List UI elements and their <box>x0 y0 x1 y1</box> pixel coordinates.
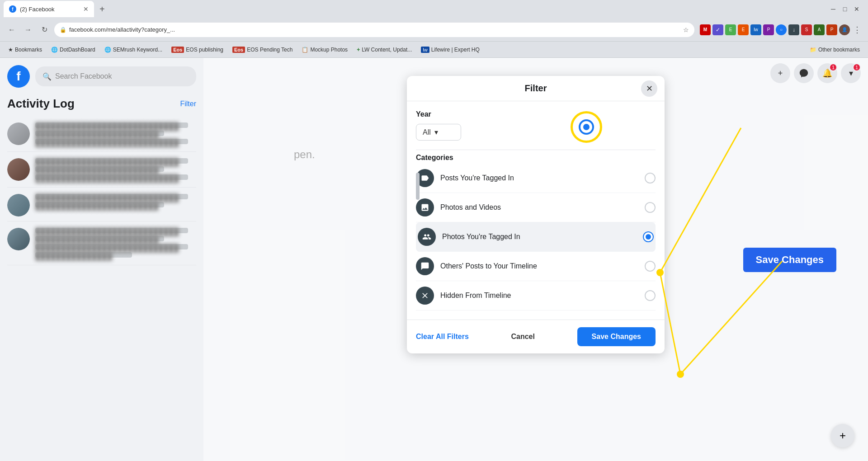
activity-line: ███████████████ <box>35 252 132 258</box>
minimize-button[interactable]: ─ <box>829 5 837 13</box>
ext-icon-4[interactable]: E <box>738 24 749 35</box>
eos-pending-icon: Eos <box>232 47 245 53</box>
activity-line: ████████████████████████████ <box>35 158 188 164</box>
mockup-icon: 📋 <box>302 47 308 53</box>
dotdash-icon: 🌐 <box>51 47 58 53</box>
category-item-photos-videos[interactable]: Photos and Videos <box>416 193 656 222</box>
modal-footer: Clear All Filters Cancel Save Changes <box>407 320 665 353</box>
hidden-timeline-icon <box>416 287 434 305</box>
ext-icon-6[interactable]: P <box>763 24 774 35</box>
filter-modal: Filter ✕ Year All ▾ Categories <box>407 76 665 353</box>
others-posts-icon <box>416 257 434 275</box>
more-options-icon[interactable]: ⋮ <box>852 24 863 35</box>
bookmark-item-eos-publishing[interactable]: Eos EOS publishing <box>169 46 226 54</box>
bookmark-item-bookmarks[interactable]: ★ Bookmarks <box>5 46 45 54</box>
activity-line: ████████████████████████████ <box>35 228 188 233</box>
ext-icon-5[interactable]: lw <box>750 24 761 35</box>
others-posts-radio[interactable] <box>645 261 656 272</box>
cancel-button[interactable]: Cancel <box>502 328 543 345</box>
bookmark-item-lw-content[interactable]: + LW Content, Updat... <box>354 46 415 54</box>
refresh-button[interactable]: ↻ <box>38 24 51 36</box>
security-icon: 🔒 <box>60 27 66 33</box>
save-changes-button[interactable]: Save Changes <box>577 327 656 346</box>
search-bar[interactable]: 🔍 Search Facebook <box>35 66 196 86</box>
url-bar[interactable]: 🔒 facebook.com/me/allactivity?category_.… <box>54 23 694 37</box>
activity-line: ████████████████████████ <box>35 202 164 207</box>
category-item-photos-tagged[interactable]: Photos You're Tagged In <box>416 222 656 252</box>
avatar-2 <box>7 158 30 181</box>
close-button[interactable]: ✕ <box>853 5 861 13</box>
facebook-sidebar: f 🔍 Search Facebook Activity Log Filter … <box>0 58 203 461</box>
clear-filters-button[interactable]: Clear All Filters <box>416 333 469 341</box>
category-item-tagged-posts[interactable]: Posts You're Tagged In <box>416 164 656 193</box>
maximize-button[interactable]: □ <box>841 5 849 13</box>
ext-icon-11[interactable]: P <box>826 24 837 35</box>
photos-videos-label: Photos and Videos <box>440 203 645 212</box>
activity-line: ████████████████████████████ <box>35 194 188 199</box>
title-bar: f (2) Facebook ✕ + ─ □ ✕ <box>0 0 868 18</box>
ext-icon-8[interactable]: ↓ <box>788 24 799 35</box>
search-icon: 🔍 <box>42 72 52 81</box>
bookmarks-bar: ★ Bookmarks 🌐 DotDashBoard 🌐 SEMrush Key… <box>0 42 868 58</box>
back-button[interactable]: ← <box>5 24 18 36</box>
bookmark-item-semrush[interactable]: 🌐 SEMrush Keyword... <box>102 46 165 54</box>
ext-icon-3[interactable]: E <box>725 24 736 35</box>
category-item-hidden-timeline[interactable]: Hidden From Timeline <box>416 281 656 310</box>
activity-text-4: ████████████████████████████ ███████████… <box>35 228 196 260</box>
activity-log-title: Activity Log <box>7 97 75 111</box>
lifewire-icon: lw <box>421 47 429 53</box>
modal-close-button[interactable]: ✕ <box>641 80 657 97</box>
tab-label: (2) Facebook <box>20 6 55 13</box>
extensions-area: M ✓ E E lw P ○ ↓ S A P 👤 ⋮ <box>700 24 863 35</box>
bookmark-star-icon[interactable]: ☆ <box>683 26 689 33</box>
divider <box>416 150 656 150</box>
other-bookmarks-label: Other bookmarks <box>818 47 860 53</box>
ext-icon-2[interactable]: ✓ <box>712 24 723 35</box>
photos-tagged-radio[interactable] <box>643 231 654 242</box>
ext-icon-9[interactable]: S <box>801 24 812 35</box>
bookmark-item-lifewire[interactable]: lw Lifewire | Expert HQ <box>418 46 482 54</box>
bookmark-item-other[interactable]: 📁 Other bookmarks <box>807 46 863 54</box>
ext-icon-10[interactable]: A <box>814 24 825 35</box>
bookmark-item-mockup[interactable]: 📋 Mockup Photos <box>299 46 350 54</box>
hidden-timeline-radio[interactable] <box>645 290 656 301</box>
ext-icon-1[interactable]: M <box>700 24 711 35</box>
filter-link[interactable]: Filter <box>180 100 196 108</box>
close-icon: ✕ <box>646 84 653 94</box>
category-item-others-posts[interactable]: Others' Posts to Your Timeline <box>416 252 656 281</box>
activity-items: ████████████████████████████ ███████████… <box>7 118 196 265</box>
activity-item-3: ████████████████████████████ ███████████… <box>7 189 196 221</box>
year-value: All <box>423 128 431 136</box>
category-list: Posts You're Tagged In Photos and Videos <box>416 164 656 310</box>
activity-item-1: ████████████████████████████ ███████████… <box>7 118 196 152</box>
bookmark-item-eos-pending[interactable]: Eos EOS Pending Tech <box>230 46 295 54</box>
url-text: facebook.com/me/allactivity?category_... <box>69 26 680 33</box>
activity-line: ████████████████████████ <box>35 236 164 241</box>
user-avatar-ext[interactable]: 👤 <box>839 24 850 35</box>
activity-item-4: ████████████████████████████ ███████████… <box>7 223 196 265</box>
bookmark-item-dotdashboard[interactable]: 🌐 DotDashBoard <box>48 46 98 54</box>
modal-header: Filter ✕ <box>407 76 665 101</box>
modal-body: Year All ▾ Categories <box>407 101 665 320</box>
ext-icon-7[interactable]: ○ <box>776 24 787 35</box>
tab-close-button[interactable]: ✕ <box>83 5 89 13</box>
semrush-icon: 🌐 <box>104 47 111 53</box>
search-placeholder: Search Facebook <box>55 72 112 80</box>
categories-title: Categories <box>416 154 656 162</box>
avatar-1 <box>7 122 30 145</box>
semrush-label: SEMrush Keyword... <box>113 47 162 53</box>
activity-line: ████████████████████████████ <box>35 139 188 144</box>
year-dropdown[interactable]: All ▾ <box>416 124 461 141</box>
avatar-4 <box>7 228 30 250</box>
activity-text-2: ████████████████████████████ ███████████… <box>35 158 196 183</box>
browser-tab[interactable]: f (2) Facebook ✕ <box>4 1 94 17</box>
tagged-posts-radio[interactable] <box>645 173 656 183</box>
activity-line: ████████████████████████ <box>35 166 164 172</box>
photos-videos-radio[interactable] <box>645 202 656 213</box>
activity-line: ████████████████████████ <box>35 131 164 136</box>
new-tab-button[interactable]: + <box>96 2 108 16</box>
scrollbar-thumb[interactable] <box>416 173 420 200</box>
lifewire-label: Lifewire | Expert HQ <box>431 47 480 53</box>
facebook-logo[interactable]: f <box>7 65 30 88</box>
forward-button[interactable]: → <box>22 24 34 36</box>
